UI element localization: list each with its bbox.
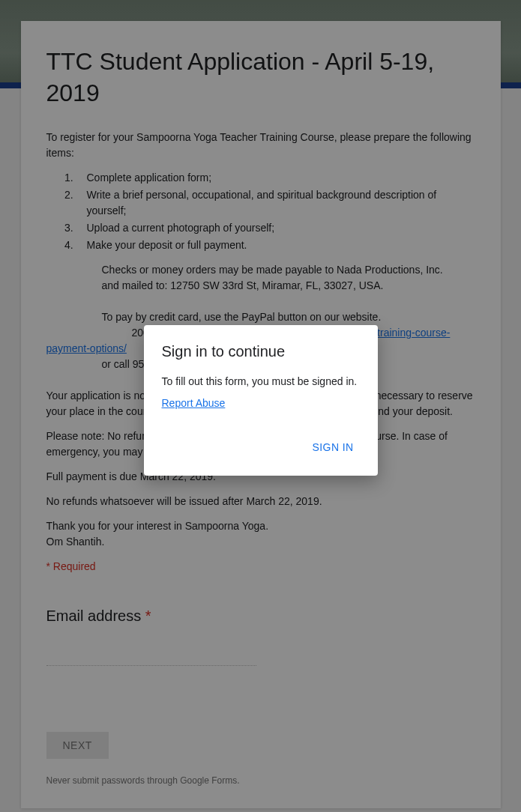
signin-modal: Sign in to continue To fill out this for… — [144, 325, 378, 476]
modal-body-text: To fill out this form, you must be signe… — [162, 375, 360, 387]
signin-button[interactable]: SIGN IN — [307, 437, 360, 458]
modal-title: Sign in to continue — [162, 343, 360, 360]
report-abuse-link[interactable]: Report Abuse — [162, 397, 226, 409]
modal-actions: SIGN IN — [162, 437, 360, 458]
